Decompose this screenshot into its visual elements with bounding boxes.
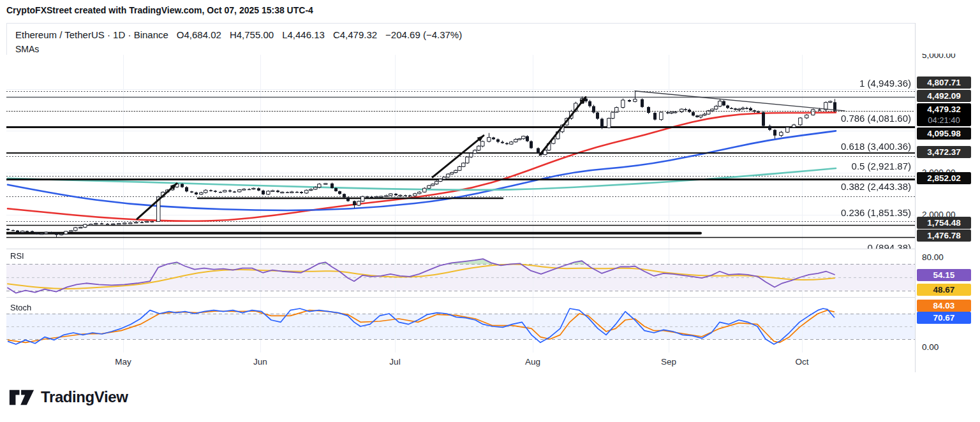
month-label: Sep: [661, 357, 676, 367]
fib-level-label: 1 (4,949.36): [859, 78, 911, 89]
price-pane[interactable]: 1 (4,949.36)0.786 (4,081.60)0.618 (3,400…: [6, 55, 915, 249]
price-badge: 4,807.71: [917, 76, 971, 89]
ohlc-open: O4,684.02: [177, 29, 221, 40]
symbol-title[interactable]: Ethereum / TetherUS · 1D · Binance: [15, 29, 168, 40]
fib-level-label: 0 (894.38): [868, 242, 911, 249]
fib-level-label: 0.236 (1,851.35): [841, 207, 911, 218]
price-chart-canvas[interactable]: [6, 55, 915, 249]
tradingview-logo-text: TradingView: [41, 388, 128, 406]
price-badge: 48.67: [917, 284, 971, 296]
attribution-text: CryptoFXStreet created with TradingView.…: [6, 5, 313, 15]
fib-level-label: 0.382 (2,443.38): [841, 181, 911, 192]
stoch-canvas[interactable]: [6, 297, 915, 353]
pane-separator[interactable]: [6, 297, 915, 298]
price-badge: 1,476.78: [917, 229, 971, 242]
indicator-legend-smas[interactable]: SMAs: [15, 44, 39, 54]
price-badge: 54.15: [917, 269, 971, 281]
price-scale[interactable]: 5,000.00 3,000.002,000.0080.000.004,807.…: [916, 23, 974, 372]
month-label: Jul: [389, 357, 400, 367]
chart-header: Ethereum / TetherUS · 1D · Binance O4,68…: [15, 29, 462, 40]
ohlc-high: H4,755.00: [230, 29, 274, 40]
tradingview-logo-icon: [9, 386, 34, 408]
stoch-label[interactable]: Stoch: [10, 303, 31, 312]
price-badge: 1,754.48: [917, 217, 971, 229]
fib-level-label: 0.5 (2,921.87): [852, 161, 911, 171]
month-label: May: [115, 357, 131, 367]
ohlc-low: L4,446.13: [282, 29, 325, 40]
tradingview-chart-screenshot: CryptoFXStreet created with TradingView.…: [0, 0, 980, 422]
month-label: Aug: [525, 357, 540, 367]
rsi-label[interactable]: RSI: [10, 251, 24, 261]
change-value: −204.69 (−4.37%): [385, 29, 462, 40]
axis-label-clipped: 5,000.00: [922, 54, 956, 60]
price-badge: 4,479.3204:21:40: [917, 103, 971, 126]
pane-separator[interactable]: [6, 249, 915, 249]
rsi-pane[interactable]: RSI: [6, 249, 915, 297]
fib-level-label: 0.786 (4,081.60): [841, 113, 911, 124]
axis-label: 0.00: [922, 342, 939, 352]
time-axis[interactable]: MayJunJulAugSepOct: [6, 353, 915, 372]
stoch-pane[interactable]: Stoch: [6, 297, 915, 353]
tradingview-logo[interactable]: TradingView: [9, 386, 128, 408]
price-badge: 4,492.09: [917, 90, 971, 102]
price-badge: 4,095.98: [917, 127, 971, 140]
ohlc-close: C4,479.32: [333, 29, 377, 40]
axis-label: 80.00: [922, 252, 944, 262]
rsi-canvas[interactable]: [6, 249, 915, 297]
fib-level-label: 0.618 (3,400.36): [841, 141, 911, 152]
price-badge: 70.67: [917, 312, 971, 324]
price-badge: 3,472.37: [917, 146, 971, 158]
price-badge: 84.03: [917, 300, 971, 312]
month-label: Oct: [795, 357, 808, 367]
price-badge: 2,852.02: [917, 172, 971, 184]
month-label: Jun: [253, 357, 267, 367]
